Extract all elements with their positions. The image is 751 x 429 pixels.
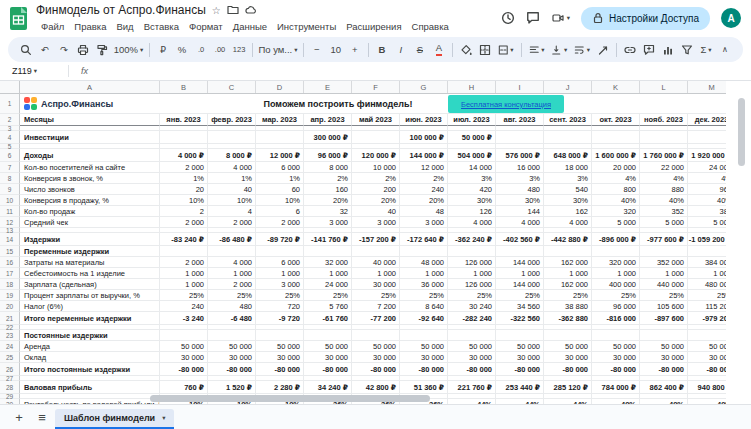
row-header-25[interactable]: 25: [0, 352, 20, 363]
value-cell[interactable]: 540: [544, 184, 592, 195]
value-cell[interactable]: 1 000: [592, 268, 640, 279]
label-cell[interactable]: Конверсия в продажу, %: [20, 195, 160, 206]
value-cell[interactable]: 50 000: [544, 341, 592, 352]
value-cell[interactable]: 126 000: [448, 257, 496, 268]
value-cell[interactable]: 160: [304, 184, 352, 195]
vertical-align-button[interactable]: ▾: [548, 40, 570, 59]
value-cell[interactable]: -80 000: [160, 363, 208, 376]
hide-toolbar-button[interactable]: ∧: [716, 40, 734, 59]
column-header-m[interactable]: M: [688, 81, 726, 93]
merge-cells-button[interactable]: ▾: [495, 40, 517, 59]
value-cell[interactable]: 352 000: [640, 257, 688, 268]
vertical-scrollbar[interactable]: [738, 98, 745, 166]
value-cell[interactable]: -89 720 ₽: [256, 233, 304, 246]
value-cell[interactable]: 2: [160, 206, 208, 217]
value-cell[interactable]: 50 000: [400, 341, 448, 352]
value-cell[interactable]: 12 000 ₽: [256, 149, 304, 162]
value-cell[interactable]: 162: [544, 206, 592, 217]
month-cell[interactable]: апр. 2023: [304, 114, 352, 126]
label-cell[interactable]: Переменные издержки: [20, 246, 160, 257]
value-cell[interactable]: 30%: [496, 195, 544, 206]
value-cell[interactable]: 880: [640, 184, 688, 195]
value-cell[interactable]: [160, 330, 208, 341]
value-cell[interactable]: [640, 131, 688, 144]
value-cell[interactable]: 40%: [688, 195, 726, 206]
value-cell[interactable]: 4 000 ₽: [160, 149, 208, 162]
menu-extensions[interactable]: Расширения: [341, 21, 406, 32]
value-cell[interactable]: 1 760 000 ₽: [640, 149, 688, 162]
value-cell[interactable]: -977 600 ₽: [640, 233, 688, 246]
value-cell[interactable]: 24 000: [688, 162, 726, 173]
menu-tools[interactable]: Инструменты: [272, 21, 341, 32]
value-cell[interactable]: 32 000: [304, 257, 352, 268]
text-color-button[interactable]: A: [430, 40, 448, 59]
value-cell[interactable]: 2%: [352, 173, 400, 184]
value-cell[interactable]: 10%: [208, 195, 256, 206]
column-header-c[interactable]: C: [208, 81, 256, 93]
menu-insert[interactable]: Вставка: [139, 21, 184, 32]
value-cell[interactable]: [256, 131, 304, 144]
value-cell[interactable]: 1%: [160, 173, 208, 184]
value-cell[interactable]: 30 000: [160, 352, 208, 363]
row-header-10[interactable]: 10: [0, 195, 20, 206]
value-cell[interactable]: -3 240: [160, 312, 208, 325]
value-cell[interactable]: 22 000: [640, 162, 688, 173]
label-cell[interactable]: Число звонков: [20, 184, 160, 195]
value-cell[interactable]: 38 880: [544, 301, 592, 312]
horizontal-align-button[interactable]: ▾: [526, 40, 548, 59]
value-cell[interactable]: 50 000: [640, 341, 688, 352]
value-cell[interactable]: [688, 94, 726, 114]
value-cell[interactable]: -896 000 ₽: [592, 233, 640, 246]
column-header-e[interactable]: E: [304, 81, 352, 93]
value-cell[interactable]: 1 000: [208, 268, 256, 279]
value-cell[interactable]: 1 000: [400, 268, 448, 279]
value-cell[interactable]: 50 000: [256, 341, 304, 352]
value-cell[interactable]: [688, 131, 726, 144]
value-cell[interactable]: 6: [256, 206, 304, 217]
value-cell[interactable]: -80 000: [688, 363, 726, 376]
value-cell[interactable]: [400, 246, 448, 257]
value-cell[interactable]: 25%: [448, 290, 496, 301]
present-to-meeting-icon[interactable]: ▾: [551, 12, 570, 24]
column-header-l[interactable]: L: [640, 81, 688, 93]
functions-button[interactable]: Σ▾: [697, 40, 715, 59]
value-cell[interactable]: 8 000: [304, 162, 352, 173]
month-cell[interactable]: мар. 2023: [256, 114, 304, 126]
value-cell[interactable]: 40: [352, 206, 400, 217]
label-cell[interactable]: Кол-во продаж: [20, 206, 160, 217]
value-cell[interactable]: 51 360 ₽: [400, 381, 448, 394]
value-cell[interactable]: 14 000: [448, 162, 496, 173]
value-cell[interactable]: [544, 330, 592, 341]
value-cell[interactable]: 25%: [160, 290, 208, 301]
value-cell[interactable]: 25%: [400, 290, 448, 301]
label-cell[interactable]: Издержки: [20, 233, 160, 246]
column-header-f[interactable]: F: [352, 81, 400, 93]
value-cell[interactable]: 126 000: [448, 279, 496, 290]
sheets-logo-icon[interactable]: [9, 6, 28, 31]
value-cell[interactable]: [592, 246, 640, 257]
value-cell[interactable]: 34 240 ₽: [304, 381, 352, 394]
value-cell[interactable]: 144 000 ₽: [400, 149, 448, 162]
value-cell[interactable]: 420: [448, 184, 496, 195]
value-cell[interactable]: [496, 131, 544, 144]
search-menus-icon[interactable]: [17, 40, 35, 59]
value-cell[interactable]: 862 400 ₽: [640, 381, 688, 394]
value-cell[interactable]: 50 000: [496, 341, 544, 352]
value-cell[interactable]: -816 000: [592, 312, 640, 325]
value-cell[interactable]: 440 000: [640, 279, 688, 290]
value-cell[interactable]: -77 200: [352, 312, 400, 325]
value-cell[interactable]: -362 240 ₽: [448, 233, 496, 246]
value-cell[interactable]: 25%: [256, 290, 304, 301]
value-cell[interactable]: 1 000: [640, 268, 688, 279]
value-cell[interactable]: 1 000: [688, 268, 726, 279]
row-header-19[interactable]: 19: [0, 290, 20, 301]
value-cell[interactable]: 1%: [256, 173, 304, 184]
value-cell[interactable]: 30 000: [208, 352, 256, 363]
value-cell[interactable]: [256, 330, 304, 341]
row-header-24[interactable]: 24: [0, 341, 20, 352]
value-cell[interactable]: 10%: [160, 195, 208, 206]
month-cell[interactable]: февр. 2023: [208, 114, 256, 126]
menu-file[interactable]: Файл: [36, 21, 69, 32]
value-cell[interactable]: 20: [160, 184, 208, 195]
label-cell[interactable]: Инвестиции: [20, 131, 160, 144]
